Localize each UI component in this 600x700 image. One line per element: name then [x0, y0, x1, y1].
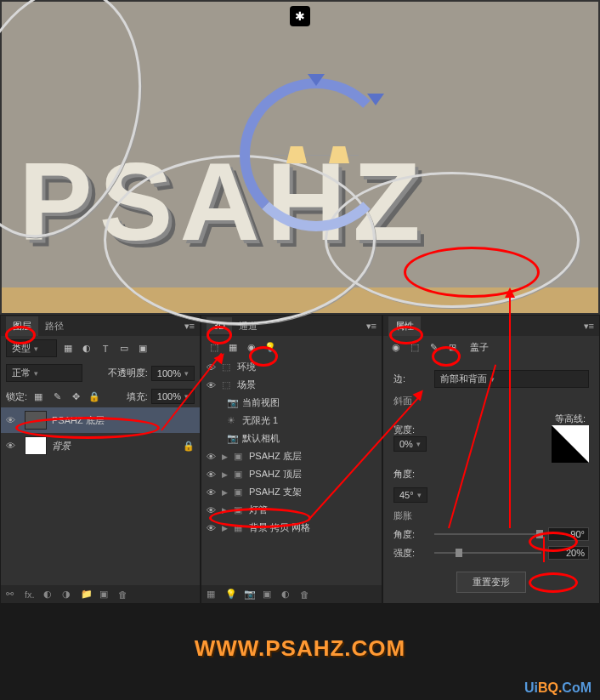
- tree-scene[interactable]: 👁⬚场景: [201, 376, 382, 394]
- mesh-mode-icon[interactable]: ◉: [388, 339, 404, 355]
- edge-dropdown[interactable]: 前部和背面: [434, 370, 589, 388]
- tab-paths[interactable]: 路径: [38, 316, 71, 336]
- wm-part: BQ.: [538, 680, 562, 695]
- width-row: 宽度: 0% 等高线:: [393, 413, 589, 463]
- tree-bg[interactable]: 👁▶▦背景 拷贝 网格: [201, 519, 382, 537]
- tree-bottom[interactable]: 👁▶▣PSAHZ 底层: [201, 447, 382, 465]
- annotation-arrow: [509, 290, 511, 528]
- tree-view[interactable]: 📷当前视图: [201, 394, 382, 412]
- camera-new-icon[interactable]: 📷: [244, 589, 258, 600]
- mask-icon[interactable]: ◐: [43, 589, 57, 600]
- trash-icon[interactable]: 🗑: [300, 589, 314, 600]
- width-dropdown[interactable]: 0%: [393, 436, 427, 452]
- folder-icon[interactable]: 📁: [81, 589, 94, 600]
- lock-icon[interactable]: 🔒: [183, 441, 195, 452]
- lock-position-icon[interactable]: ✥: [68, 389, 83, 404]
- mesh-new-icon[interactable]: ▣: [263, 589, 276, 600]
- filter-adjust-icon[interactable]: ◐: [79, 341, 94, 356]
- trash-icon[interactable]: 🗑: [118, 589, 132, 600]
- lock-all-icon[interactable]: 🔒: [87, 389, 102, 404]
- edge-label: 边:: [393, 373, 427, 385]
- lock-row: 锁定: ▦ ✎ ✥ 🔒 填充: 100%: [1, 385, 200, 407]
- blend-row: 正常 不透明度: 100%: [1, 361, 200, 385]
- tree-label: 无限光 1: [242, 414, 278, 427]
- layer-thumb[interactable]: [25, 436, 47, 455]
- light-new-icon[interactable]: 💡: [225, 589, 239, 600]
- arc-handle-right[interactable]: [367, 94, 384, 105]
- blend-mode-value: 正常: [12, 367, 31, 379]
- tab-properties[interactable]: 属性: [388, 316, 421, 336]
- fill-label: 填充:: [127, 390, 148, 403]
- coord-mode-icon[interactable]: ⊞: [444, 339, 460, 355]
- tree-camera[interactable]: 📷默认相机: [201, 430, 382, 447]
- width-value: 0%: [399, 439, 413, 449]
- new-icon[interactable]: ◐: [281, 589, 295, 600]
- arc-handle-top[interactable]: [308, 74, 325, 86]
- fx-icon[interactable]: fx.: [25, 589, 38, 600]
- tree-label: 当前视图: [242, 396, 280, 409]
- angle-value: 45°: [399, 490, 414, 500]
- layer-name[interactable]: 背景: [52, 440, 178, 452]
- tree-light1[interactable]: ☀无限光 1: [201, 412, 382, 430]
- lock-pixels-icon[interactable]: ✎: [49, 389, 65, 404]
- angle-label: 角度:: [393, 468, 427, 481]
- inf-angle-row: 角度: 90°: [393, 527, 589, 541]
- opacity-input[interactable]: 100%: [151, 366, 195, 381]
- tree-env[interactable]: 👁⬚环境: [201, 358, 382, 376]
- filter-material-icon[interactable]: ◉: [244, 339, 259, 355]
- angle-dropdown[interactable]: 45°: [393, 487, 427, 503]
- strength-input[interactable]: 20%: [548, 546, 589, 560]
- tree-label: PSAHZ 支架: [249, 486, 302, 498]
- opacity-label: 不透明度:: [108, 367, 148, 379]
- inf-angle-input[interactable]: 90°: [548, 527, 589, 541]
- adjust-icon[interactable]: ◑: [62, 589, 76, 600]
- visibility-icon[interactable]: 👁: [6, 415, 20, 425]
- filter-shape-icon[interactable]: ▭: [116, 341, 132, 356]
- light-type-button[interactable]: ✱: [290, 6, 310, 26]
- width-label: 宽度:: [393, 424, 427, 436]
- cap-mode-icon[interactable]: ✎: [426, 339, 441, 355]
- new-layer-icon[interactable]: ▣: [99, 589, 113, 600]
- 3d-panel: 3D 通道 ▾≡ ⬚ ▦ ◉ 💡 👁⬚环境 👁⬚场景 📷当前视图 ☀无限光 1 …: [201, 315, 382, 604]
- layer-filter-row: 类型 ▦ ◐ T ▭ ▣: [1, 336, 200, 361]
- filter-type-icon[interactable]: T: [98, 341, 113, 356]
- layer-thumb[interactable]: [25, 411, 47, 430]
- layers-footer: ⚯ fx. ◐ ◑ 📁 ▣ 🗑: [1, 585, 200, 603]
- layer-list: 👁 PSAHZ 底层 👁 背景 🔒: [1, 407, 200, 585]
- inf-angle-label: 角度:: [393, 528, 427, 541]
- 3d-footer: ▦ 💡 📷 ▣ ◐ 🗑: [201, 585, 382, 603]
- render-icon[interactable]: ▦: [207, 589, 220, 600]
- visibility-icon[interactable]: 👁: [6, 441, 20, 451]
- edge-value: 前部和背面: [440, 373, 487, 385]
- tree-frame[interactable]: 👁▶▣PSAHZ 支架: [201, 483, 382, 501]
- panel-menu-icon[interactable]: ▾≡: [584, 321, 594, 332]
- lock-transparency-icon[interactable]: ▦: [31, 389, 46, 404]
- 3d-viewport[interactable]: PSAHZ ✱: [0, 0, 600, 315]
- deform-mode-icon[interactable]: ⬚: [407, 339, 422, 355]
- contour-picker[interactable]: [552, 425, 589, 463]
- tab-layers[interactable]: 图层: [6, 316, 38, 336]
- filter-pixel-icon[interactable]: ▦: [60, 341, 76, 356]
- filter-light-icon[interactable]: 💡: [263, 339, 278, 355]
- light-widget[interactable]: [240, 78, 393, 231]
- properties-panel: 属性 ▾≡ ◉ ⬚ ✎ ⊞ 盖子 边: 前部和背面 斜面 宽度: 0% 等高线:: [382, 315, 600, 604]
- panel-menu-icon[interactable]: ▾≡: [184, 321, 195, 332]
- strength-slider[interactable]: [434, 552, 541, 554]
- tree-tube[interactable]: 👁▶▣灯管: [201, 501, 382, 519]
- angle-row: 角度: 45°: [393, 468, 589, 503]
- inf-angle-slider[interactable]: [434, 533, 541, 535]
- tree-label: PSAHZ 顶层: [249, 468, 302, 481]
- layers-panel: 图层 路径 ▾≡ 类型 ▦ ◐ T ▭ ▣ 正常 不透明度: 100% 锁定: …: [0, 315, 201, 604]
- tree-label: 默认相机: [242, 432, 280, 445]
- filter-mesh-icon[interactable]: ▦: [225, 339, 241, 355]
- link-icon[interactable]: ⚯: [6, 589, 20, 600]
- opacity-value: 100%: [157, 368, 181, 378]
- reset-deform-button[interactable]: 重置变形: [456, 572, 526, 593]
- filter-smart-icon[interactable]: ▣: [135, 341, 150, 356]
- blend-mode-dropdown[interactable]: 正常: [6, 364, 82, 382]
- annotation-arrowhead: [505, 287, 515, 298]
- filter-kind-dropdown[interactable]: 类型: [6, 339, 57, 357]
- panel-menu-icon[interactable]: ▾≡: [366, 321, 376, 332]
- layer-row-bg[interactable]: 👁 背景 🔒: [1, 433, 200, 458]
- props-tabbar: 属性 ▾≡: [383, 316, 599, 336]
